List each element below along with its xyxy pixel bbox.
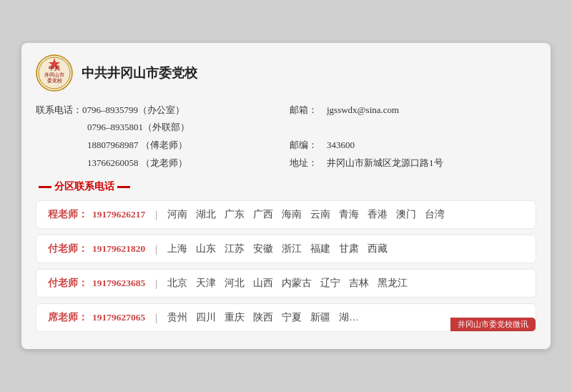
area-2-3: 江苏 xyxy=(225,242,245,255)
area-3-2: 天津 xyxy=(196,277,216,290)
area-4-3: 重庆 xyxy=(225,311,245,324)
address-value: 井冈山市新城区龙源口路1号 xyxy=(327,155,443,172)
phone-label: 联系电话： xyxy=(36,102,82,119)
phone-region-3: 19179623685 xyxy=(92,278,145,289)
phone-2: 0796–8935801（外联部） xyxy=(87,119,189,137)
area-1-10: 台湾 xyxy=(425,208,445,221)
sep-4: | xyxy=(155,312,157,324)
area-4-7: 湖… xyxy=(339,311,359,324)
phone-row-2: 0796–8935801（外联部） xyxy=(36,119,282,137)
phone-row-3: 18807968987 （傅老师） xyxy=(36,137,282,155)
region-item-4: 席老师： 19179627065 | 贵州 四川 重庆 陕西 宁夏 新疆 湖… … xyxy=(36,303,536,332)
section-divider: 分区联系电话 xyxy=(36,180,536,193)
phone-row-4: 13766260058 （龙老师） xyxy=(36,155,282,172)
phone-region-4: 19179627065 xyxy=(92,312,145,323)
area-1-6: 云南 xyxy=(310,208,330,221)
zipcode-label: 邮编： xyxy=(290,137,327,155)
region-list: 程老师： 19179626217 | 河南 湖北 广东 广西 海南 云南 青海 … xyxy=(36,200,536,338)
phone-region-1: 19179626217 xyxy=(92,209,145,220)
sep-2: | xyxy=(155,243,157,255)
teacher-2: 付老师： xyxy=(48,242,88,255)
email-row: 邮箱： jgsswdx@sina.com xyxy=(290,102,536,119)
area-3-1: 北京 xyxy=(167,277,187,290)
region-row-3: 付老师： 19179623685 | 北京 天津 河北 山西 内蒙古 辽宁 吉林… xyxy=(48,277,524,290)
area-3-4: 山西 xyxy=(253,277,273,290)
header: 中共 井冈山市 委党校 中共井冈山市委党校 xyxy=(36,54,536,92)
region-item-1: 程老师： 19179626217 | 河南 湖北 广东 广西 海南 云南 青海 … xyxy=(36,200,536,229)
area-2-7: 甘肃 xyxy=(339,242,359,255)
area-4-4: 陕西 xyxy=(253,311,273,324)
area-4-6: 新疆 xyxy=(310,311,330,324)
sep-3: | xyxy=(155,278,157,290)
sep-1: | xyxy=(155,209,157,221)
area-1-2: 湖北 xyxy=(196,208,216,221)
contact-info: 联系电话： 0796–8935799（办公室） 0796–8935801（外联部… xyxy=(36,102,536,172)
email-label: 邮箱： xyxy=(290,102,327,119)
phone-row-1: 联系电话： 0796–8935799（办公室） xyxy=(36,102,282,119)
main-card: 中共 井冈山市 委党校 中共井冈山市委党校 联系电话： 0796–8935799… xyxy=(21,43,551,350)
area-2-5: 浙江 xyxy=(282,242,302,255)
svg-text:委党校: 委党校 xyxy=(47,78,62,84)
contact-left: 联系电话： 0796–8935799（办公室） 0796–8935801（外联部… xyxy=(36,102,282,172)
area-3-3: 河北 xyxy=(225,277,245,290)
area-3-5: 内蒙古 xyxy=(282,277,312,290)
zipcode-row: 邮编： 343600 xyxy=(290,137,536,155)
section-title: 分区联系电话 xyxy=(54,180,114,193)
area-3-6: 辽宁 xyxy=(320,277,340,290)
email-value: jgsswdx@sina.com xyxy=(327,102,399,119)
area-2-6: 福建 xyxy=(310,242,330,255)
area-4-1: 贵州 xyxy=(167,311,187,324)
org-name: 中共井冈山市委党校 xyxy=(82,64,197,82)
address-row: 地址： 井冈山市新城区龙源口路1号 xyxy=(290,155,536,172)
area-1-4: 广西 xyxy=(253,208,273,221)
area-2-8: 西藏 xyxy=(368,242,388,255)
area-1-8: 香港 xyxy=(368,208,388,221)
region-item-3: 付老师： 19179623685 | 北京 天津 河北 山西 内蒙古 辽宁 吉林… xyxy=(36,269,536,298)
divider-left xyxy=(39,186,51,188)
area-1-7: 青海 xyxy=(339,208,359,221)
contact-right: 邮箱： jgsswdx@sina.com 邮编： 343600 地址： 井冈山市… xyxy=(282,102,536,172)
area-2-2: 山东 xyxy=(196,242,216,255)
spacer-row xyxy=(290,119,536,137)
address-label: 地址： xyxy=(290,155,327,172)
area-4-5: 宁夏 xyxy=(282,311,302,324)
area-1-3: 广东 xyxy=(225,208,245,221)
area-4-2: 四川 xyxy=(196,311,216,324)
region-item-2: 付老师： 19179621820 | 上海 山东 江苏 安徽 浙江 福建 甘肃 … xyxy=(36,235,536,263)
org-logo: 中共 井冈山市 委党校 xyxy=(36,54,73,92)
phone-3: 18807968987 （傅老师） xyxy=(87,137,187,155)
svg-text:井冈山市: 井冈山市 xyxy=(44,72,64,78)
phone-region-2: 19179621820 xyxy=(92,243,145,255)
zipcode-value: 343600 xyxy=(327,137,355,155)
divider-right xyxy=(117,186,130,188)
area-1-5: 海南 xyxy=(282,208,302,221)
area-3-8: 黑龙江 xyxy=(378,277,408,290)
region-row-1: 程老师： 19179626217 | 河南 湖北 广东 广西 海南 云南 青海 … xyxy=(48,208,524,221)
teacher-4: 席老师： xyxy=(48,311,88,324)
phone-4: 13766260058 （龙老师） xyxy=(87,155,187,172)
teacher-1: 程老师： xyxy=(48,208,88,221)
area-1-9: 澳门 xyxy=(396,208,416,221)
phone-1: 0796–8935799（办公室） xyxy=(82,102,184,119)
teacher-3: 付老师： xyxy=(48,277,88,290)
watermark: 井冈山市委党校微讯 xyxy=(450,318,536,331)
region-row-2: 付老师： 19179621820 | 上海 山东 江苏 安徽 浙江 福建 甘肃 … xyxy=(48,242,524,255)
area-2-1: 上海 xyxy=(167,242,187,255)
area-2-4: 安徽 xyxy=(253,242,273,255)
area-3-7: 吉林 xyxy=(349,277,369,290)
area-1-1: 河南 xyxy=(167,208,187,221)
